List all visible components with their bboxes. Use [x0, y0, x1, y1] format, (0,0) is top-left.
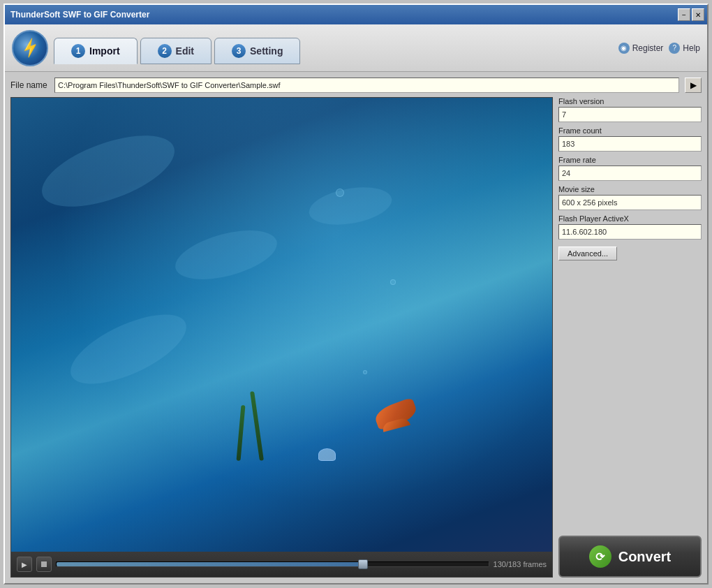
- stop-icon: [41, 561, 47, 567]
- underwater-scene: [11, 98, 552, 552]
- bubble-1: [336, 189, 344, 197]
- content-area: File name ▶: [5, 72, 707, 583]
- file-row: File name ▶: [10, 78, 702, 93]
- bubble-3: [363, 370, 367, 374]
- file-browse-button[interactable]: ▶: [685, 78, 702, 93]
- header-buttons: ◉ Register ? Help: [618, 43, 700, 54]
- app-logo: ⚡: [12, 30, 48, 66]
- flash-player-field: Flash Player ActiveX 11.6.602.180: [558, 214, 702, 240]
- window-controls: − ✕: [678, 8, 704, 21]
- register-icon: ◉: [618, 43, 630, 54]
- convert-button[interactable]: ⟳ Convert: [558, 536, 702, 578]
- progress-bar[interactable]: [56, 561, 489, 567]
- browse-icon: ▶: [690, 80, 697, 90]
- app-window: ThunderSoft SWF to GIF Converter − ✕ ⚡ 1…: [3, 3, 709, 585]
- video-display: [11, 98, 552, 552]
- main-row: ▶ 130/183 frames Flash version: [10, 97, 702, 578]
- tab-edit[interactable]: 2 Edit: [140, 38, 212, 64]
- play-icon: ▶: [22, 561, 27, 568]
- frame-rate-value: 24: [558, 166, 702, 181]
- tab-import[interactable]: 1 Import: [54, 38, 138, 64]
- progress-thumb[interactable]: [358, 559, 368, 569]
- register-label: Register: [632, 43, 664, 53]
- frame-rate-field: Frame rate 24: [558, 156, 702, 181]
- frame-rate-label: Frame rate: [558, 156, 702, 164]
- logo-icon: ⚡: [18, 36, 42, 60]
- jellyfish: [318, 448, 336, 461]
- register-button[interactable]: ◉ Register: [618, 43, 664, 54]
- bubble-2: [390, 279, 396, 285]
- flash-version-field: Flash version 7: [558, 97, 702, 122]
- frame-count-value: 183: [558, 136, 702, 152]
- video-panel: ▶ 130/183 frames: [10, 97, 553, 578]
- flash-player-value: 11.6.602.180: [558, 224, 702, 240]
- tab-edit-label: Edit: [176, 45, 194, 57]
- frame-count-label: Frame count: [558, 126, 702, 135]
- tab-setting-number: 3: [232, 44, 246, 58]
- tab-edit-number: 2: [158, 44, 172, 58]
- convert-icon-symbol: ⟳: [595, 550, 605, 564]
- controls-bar: ▶ 130/183 frames: [11, 552, 552, 577]
- flash-version-label: Flash version: [558, 97, 702, 105]
- tab-setting-label: Setting: [250, 45, 283, 57]
- tab-import-number: 1: [71, 44, 85, 58]
- title-bar: ThunderSoft SWF to GIF Converter − ✕: [5, 5, 707, 24]
- progress-fill: [57, 562, 363, 566]
- stop-button[interactable]: [36, 557, 52, 572]
- window-title: ThunderSoft SWF to GIF Converter: [10, 10, 149, 20]
- play-button[interactable]: ▶: [17, 557, 32, 572]
- advanced-button[interactable]: Advanced...: [558, 247, 617, 260]
- help-label: Help: [683, 43, 700, 53]
- convert-button-label: Convert: [618, 549, 672, 565]
- movie-size-label: Movie size: [558, 185, 702, 193]
- minimize-button[interactable]: −: [678, 8, 690, 21]
- close-button[interactable]: ✕: [692, 8, 704, 21]
- movie-size-field: Movie size 600 x 256 pixels: [558, 185, 702, 210]
- tab-setting[interactable]: 3 Setting: [214, 38, 300, 64]
- frame-count-field: Frame count 183: [558, 126, 702, 152]
- info-panel: Flash version 7 Frame count 183 Frame ra…: [558, 97, 702, 578]
- frame-counter: 130/183 frames: [494, 560, 547, 568]
- file-path-input[interactable]: [54, 78, 679, 93]
- tabs-container: 1 Import 2 Edit 3 Setting: [54, 35, 618, 61]
- movie-size-value: 600 x 256 pixels: [558, 195, 702, 210]
- help-button[interactable]: ? Help: [669, 43, 700, 54]
- flash-player-label: Flash Player ActiveX: [558, 214, 702, 223]
- convert-icon: ⟳: [589, 545, 611, 568]
- tab-import-label: Import: [89, 45, 120, 57]
- flash-version-value: 7: [558, 107, 702, 122]
- header-area: ⚡ 1 Import 2 Edit 3 Setting ◉ Register ?: [5, 24, 707, 72]
- help-icon: ?: [669, 43, 680, 54]
- file-name-label: File name: [10, 80, 49, 90]
